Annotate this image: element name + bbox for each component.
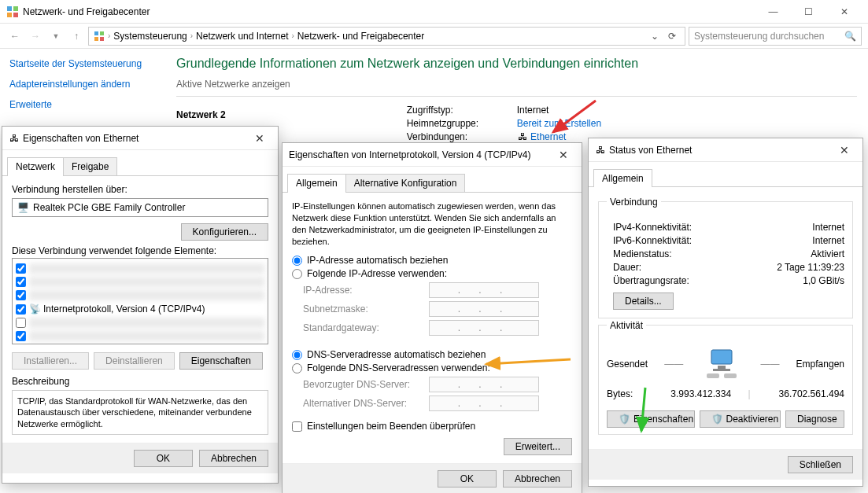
cancel-button[interactable]: Abbrechen xyxy=(503,470,572,487)
breadcrumb-item[interactable]: Netzwerk und Internet xyxy=(196,31,288,42)
bytes-sent: 3.993.412.334 xyxy=(654,388,748,399)
sidebar-advanced-link[interactable]: Erweiterte xyxy=(9,99,156,110)
intro-text: IP-Einstellungen können automatisch zuge… xyxy=(292,201,572,247)
access-type-label: Zugriffstyp: xyxy=(407,105,501,116)
breadcrumb-item[interactable]: Netzwerk- und Freigabecenter xyxy=(297,31,424,42)
svg-rect-12 xyxy=(724,373,737,378)
maximize-button[interactable]: ☐ xyxy=(791,1,826,23)
tab-general[interactable]: Allgemein xyxy=(287,174,346,193)
media-label: Medienstatus: xyxy=(613,248,672,259)
ok-button[interactable]: OK xyxy=(134,450,193,467)
svg-rect-6 xyxy=(94,37,98,41)
media-value: Aktiviert xyxy=(811,248,844,259)
subnet-label: Subnetzmaske: xyxy=(303,304,421,315)
received-label: Empfangen xyxy=(796,359,844,370)
breadcrumb-item[interactable]: Systemsteuerung xyxy=(113,31,187,42)
list-checkbox[interactable] xyxy=(16,290,26,300)
bytes-received: 36.702.561.494 xyxy=(751,388,844,399)
close-icon[interactable]: ✕ xyxy=(248,132,271,145)
svg-rect-9 xyxy=(718,366,726,369)
blurred-item xyxy=(29,277,264,287)
device-box: 🖥️ Realtek PCIe GBE Family Controller xyxy=(12,198,268,217)
dns-auto-label: DNS-Serveradresse automatisch beziehen xyxy=(307,349,486,360)
ip-manual-radio[interactable] xyxy=(292,269,302,279)
ipv6-conn-label: IPv6-Konnektivität: xyxy=(613,235,692,246)
ip-auto-radio[interactable] xyxy=(292,256,302,266)
protocol-list[interactable]: 📡Internetprotokoll, Version 4 (TCP/IPv4)… xyxy=(12,258,268,344)
forward-button[interactable]: → xyxy=(27,28,44,45)
search-input[interactable]: Systemsteuerung durchsuchen 🔍 xyxy=(689,27,862,46)
gateway-input: . . . xyxy=(429,320,539,336)
window-title: Netzwerk- und Freigabecenter xyxy=(23,6,755,17)
validate-label: Einstellungen beim Beenden überprüfen xyxy=(307,421,475,432)
configure-button[interactable]: Konfigurieren... xyxy=(181,223,268,241)
dns-manual-radio[interactable] xyxy=(292,363,302,373)
refresh-icon[interactable]: ⟳ xyxy=(664,28,680,44)
back-button[interactable]: ← xyxy=(6,28,24,45)
details-button[interactable]: Details... xyxy=(613,292,674,310)
active-networks-label: Aktive Netzwerke anzeigen xyxy=(176,79,857,90)
homegroup-label: Heimnetzgruppe: xyxy=(407,118,501,129)
page-heading: Grundlegende Informationen zum Netzwerk … xyxy=(176,57,857,71)
install-button[interactable]: Installieren... xyxy=(12,352,89,370)
list-checkbox[interactable] xyxy=(16,263,26,274)
ipv4-item[interactable]: Internetprotokoll, Version 4 (TCP/IPv4) xyxy=(43,304,205,315)
ok-button[interactable]: OK xyxy=(438,470,497,487)
ip-address-input: . . . xyxy=(429,282,539,298)
svg-rect-11 xyxy=(707,373,719,378)
dialog-title: Status von Ethernet xyxy=(609,145,833,156)
ethernet-link[interactable]: Ethernet xyxy=(530,131,566,142)
diagnose-button[interactable]: Diagnose xyxy=(785,410,844,428)
dns-alt-input: . . . xyxy=(429,396,539,411)
blurred-item xyxy=(29,263,264,274)
list-checkbox[interactable] xyxy=(16,331,26,341)
close-button[interactable]: ✕ xyxy=(826,1,862,23)
search-icon: 🔍 xyxy=(844,31,856,42)
validate-checkbox[interactable] xyxy=(292,421,302,432)
close-icon[interactable]: ✕ xyxy=(833,144,856,156)
list-checkbox[interactable] xyxy=(16,304,26,315)
tab-alternative[interactable]: Alternative Konfiguration xyxy=(345,174,466,193)
tab-share[interactable]: Freigabe xyxy=(63,157,117,176)
main-titlebar: Netzwerk- und Freigabecenter — ☐ ✕ xyxy=(0,0,868,24)
uninstall-button[interactable]: Deinstallieren xyxy=(94,352,175,370)
uses-label: Diese Verbindung verwendet folgende Elem… xyxy=(12,245,268,256)
dialog-title: Eigenschaften von Ethernet xyxy=(23,133,248,144)
duration-label: Dauer: xyxy=(613,262,641,273)
adapter-icon: 🖥️ xyxy=(17,202,28,213)
list-checkbox[interactable] xyxy=(16,277,26,287)
svg-rect-2 xyxy=(7,13,12,17)
dns-manual-label: Folgende DNS-Serveradressen verwenden: xyxy=(307,362,490,373)
cancel-button[interactable]: Abbrechen xyxy=(199,450,268,467)
svg-rect-5 xyxy=(100,31,104,35)
sidebar-adapter-link[interactable]: Adaptereinstellungen ändern xyxy=(9,79,156,90)
dropdown-icon[interactable]: ⌄ xyxy=(647,28,663,44)
minimize-button[interactable]: — xyxy=(755,1,791,23)
blurred-item xyxy=(29,318,264,328)
ethernet-properties-dialog: 🖧 Eigenschaften von Ethernet ✕ Netzwerk … xyxy=(2,126,279,484)
tab-network[interactable]: Netzwerk xyxy=(7,157,64,176)
properties-button[interactable]: 🛡️Eigenschaften xyxy=(607,410,695,428)
ethernet-status-dialog: 🖧 Status von Ethernet ✕ Allgemein Verbin… xyxy=(588,138,863,487)
homegroup-link[interactable]: Bereit zum Erstellen xyxy=(517,118,601,129)
tab-general[interactable]: Allgemein xyxy=(593,169,652,187)
close-button[interactable]: Schließen xyxy=(788,456,853,473)
bytes-label: Bytes: xyxy=(607,388,654,399)
disable-button[interactable]: 🛡️Deaktivieren xyxy=(700,410,781,428)
breadcrumb[interactable]: › Systemsteuerung › Netzwerk und Interne… xyxy=(88,27,685,46)
control-panel-icon xyxy=(94,31,105,42)
description-text: TCP/IP, das Standardprotokoll für WAN-Ne… xyxy=(12,390,268,435)
dns-auto-radio[interactable] xyxy=(292,350,302,360)
history-dropdown[interactable]: ▼ xyxy=(47,28,65,45)
ethernet-icon: 🖧 xyxy=(9,133,20,144)
ipv4-properties-dialog: Eigenschaften von Internetprotokoll, Ver… xyxy=(282,142,582,493)
svg-rect-8 xyxy=(711,350,732,364)
properties-button[interactable]: Eigenschaften xyxy=(179,352,263,370)
close-icon[interactable]: ✕ xyxy=(552,149,575,161)
connection-group-label: Verbindung xyxy=(607,197,661,208)
sidebar-home-link[interactable]: Startseite der Systemsteuerung xyxy=(9,58,156,69)
advanced-button[interactable]: Erweitert... xyxy=(504,438,572,455)
up-button[interactable]: ↑ xyxy=(68,28,85,45)
blurred-item xyxy=(29,290,264,300)
list-checkbox[interactable] xyxy=(16,318,26,328)
